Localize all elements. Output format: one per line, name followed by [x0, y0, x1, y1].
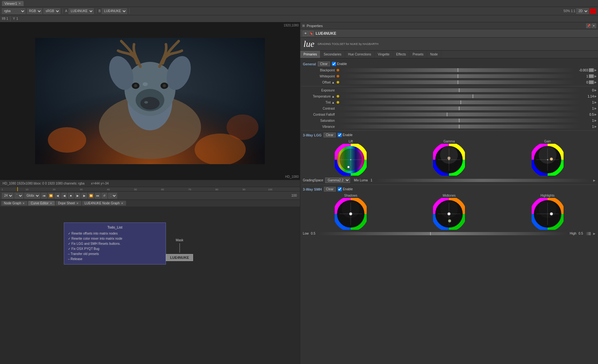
next-frame-button[interactable]: ▶	[81, 193, 87, 199]
whitepoint-value: 1	[575, 75, 588, 78]
grading-space-row: GradingSpace Gamma2.2 Mix Luma 1 ▶	[302, 177, 597, 184]
loop-button[interactable]: ↺	[101, 193, 107, 199]
low-slider[interactable]	[318, 232, 567, 235]
blackpoint-swatch[interactable]	[589, 68, 594, 72]
tint-expand[interactable]: ▶	[594, 101, 597, 104]
play-button[interactable]: ▶	[75, 193, 80, 199]
channel-select2[interactable]: RGB	[27, 8, 42, 14]
tab-dope-sheet-close[interactable]: ✕	[76, 202, 79, 205]
timeline-ruler[interactable]: 1 10 20 30 40 50 60 70 80 90 100	[0, 187, 300, 191]
tab-primaries[interactable]: Primaries	[300, 51, 320, 58]
lgg-clear-button[interactable]: Clear	[324, 133, 336, 137]
fps-select[interactable]: 24	[2, 193, 13, 199]
general-clear-button[interactable]: Clear	[318, 62, 330, 66]
go-start-button[interactable]: ⏮	[41, 193, 47, 199]
mode-select[interactable]: 2D	[576, 8, 589, 14]
color-picker-red[interactable]	[590, 9, 596, 14]
blackpoint-expand[interactable]: ▶	[594, 69, 597, 72]
highlights-wheel[interactable]	[532, 198, 564, 230]
gain-wheel[interactable]	[532, 144, 564, 176]
whitepoint-expand[interactable]: ▶	[594, 75, 597, 78]
vibrance-expand[interactable]: ▶	[594, 125, 597, 128]
node-box[interactable]: LUE4NUKE	[166, 254, 193, 261]
blackpoint-slider[interactable]	[340, 68, 575, 72]
contrast-slider[interactable]	[337, 106, 580, 110]
svg-text:1: 1	[2, 188, 3, 191]
tab-node[interactable]: Node	[427, 51, 441, 58]
lue4nuke-node[interactable]: Mask LUE4NUKE	[166, 238, 193, 261]
viewer-area[interactable]: 1920,1080 HD_1080	[0, 22, 300, 180]
tab-dope-sheet[interactable]: Dope Sheet ✕	[56, 201, 81, 206]
offset-expand[interactable]: ▶	[594, 81, 597, 84]
skip-select[interactable]: 10	[108, 193, 117, 199]
node-graph-area[interactable]: Todo_List ✓ Rewrite offsets into matrix …	[0, 207, 300, 364]
tab-lue-node-graph-close[interactable]: ✕	[121, 202, 123, 205]
props-pin-btn[interactable]: 📌	[586, 24, 591, 28]
grading-label: GRADING TOOLSET for NUKE by HAGBARTH	[318, 42, 378, 46]
exposure-slider[interactable]	[337, 88, 580, 92]
tab-presets[interactable]: Presets	[409, 51, 427, 58]
svg-point-60	[448, 219, 451, 222]
shadows-wheel[interactable]	[335, 198, 367, 230]
props-close-btn[interactable]: ✕	[592, 24, 596, 28]
grading-space-select[interactable]: Gamma2.2	[325, 178, 350, 183]
temperature-slider[interactable]	[340, 94, 580, 98]
prev-frame-button[interactable]: ◀	[55, 193, 60, 199]
whitepoint-slider[interactable]	[340, 74, 575, 78]
mix-luma-slider[interactable]	[376, 179, 590, 182]
tab-node-graph-close[interactable]: ✕	[22, 202, 25, 205]
smh-low-row: Low 0.5 High 0.5 ▶	[302, 231, 597, 236]
stop-button[interactable]: ■	[68, 193, 74, 199]
general-enable[interactable]: Enable	[332, 62, 347, 66]
step-back-button[interactable]: ⏪	[48, 193, 54, 199]
smh-enable[interactable]: Enable	[338, 187, 353, 191]
viewer-tab-close[interactable]: ✕	[19, 2, 21, 5]
lgg-expand[interactable]: ▶	[593, 179, 595, 182]
tint-slider[interactable]	[340, 100, 580, 104]
node-eye-btn[interactable]: 👁	[303, 31, 308, 36]
exposure-expand[interactable]: ▶	[594, 89, 597, 92]
tab-effects[interactable]: Effects	[393, 51, 409, 58]
contrast-falloff-expand[interactable]: ▶	[594, 113, 597, 116]
lgg-enable-checkbox[interactable]	[338, 133, 342, 137]
whitepoint-swatch[interactable]	[589, 74, 594, 78]
node-bookmark-btn[interactable]: 🔖	[309, 31, 314, 36]
play-back-button[interactable]: ◀	[61, 193, 67, 199]
contrast-falloff-slider[interactable]	[337, 113, 580, 116]
smh-enable-checkbox[interactable]	[338, 187, 342, 191]
todo-item-6: – Release	[68, 257, 162, 262]
tab-secondaries[interactable]: Secondaries	[320, 51, 345, 58]
gamma-wheel[interactable]	[433, 144, 465, 176]
step-forward-button[interactable]: ⏩	[88, 193, 94, 199]
smh-clear-button[interactable]: Clear	[324, 187, 336, 192]
tab-node-graph[interactable]: Node Graph ✕	[1, 201, 27, 206]
offset-swatch[interactable]	[589, 80, 594, 84]
input-a-select[interactable]: LUE4NUKE	[69, 8, 94, 14]
midtones-wheel[interactable]	[433, 198, 465, 230]
viewer-tab[interactable]: Viewer1 ✕	[2, 1, 24, 6]
tab-vingette[interactable]: Vingette	[375, 51, 393, 58]
lgg-enable[interactable]: Enable	[338, 133, 353, 137]
tab-curve-editor-close[interactable]: ✕	[50, 202, 52, 205]
global-select[interactable]: Global	[24, 193, 40, 199]
svg-point-2	[48, 127, 86, 153]
go-end-button[interactable]: ⏭	[95, 193, 101, 199]
input-b-select[interactable]: LUE4NUKE	[102, 8, 127, 14]
channel-select[interactable]: rgba rgba.alpha RGB	[2, 8, 26, 14]
offset-slider[interactable]	[340, 80, 575, 84]
tab-lue-node-graph[interactable]: LUE4NUKE Node Graph ✕	[82, 201, 126, 206]
highlights-label: Highlights	[541, 194, 555, 197]
contrast-expand[interactable]: ▶	[594, 107, 597, 110]
colorspace-select[interactable]: sRGB	[43, 8, 60, 14]
lift-wheel[interactable]	[335, 144, 367, 176]
temperature-expand[interactable]: ▶	[594, 95, 597, 98]
tab-curve-editor[interactable]: Curve Editor ✕	[28, 201, 55, 206]
tf-select[interactable]: TF	[14, 193, 23, 199]
smh-expand[interactable]: ▶	[593, 232, 595, 235]
saturation-expand[interactable]: ▶	[594, 119, 597, 122]
tab-hue-corrections[interactable]: Hue Corrections	[345, 51, 375, 58]
saturation-slider[interactable]	[337, 119, 580, 122]
todo-item-3: ✓ Fix LGG and SMH Resets buttons.	[68, 241, 162, 246]
general-enable-checkbox[interactable]	[332, 62, 336, 66]
vibrance-slider[interactable]	[337, 125, 580, 128]
